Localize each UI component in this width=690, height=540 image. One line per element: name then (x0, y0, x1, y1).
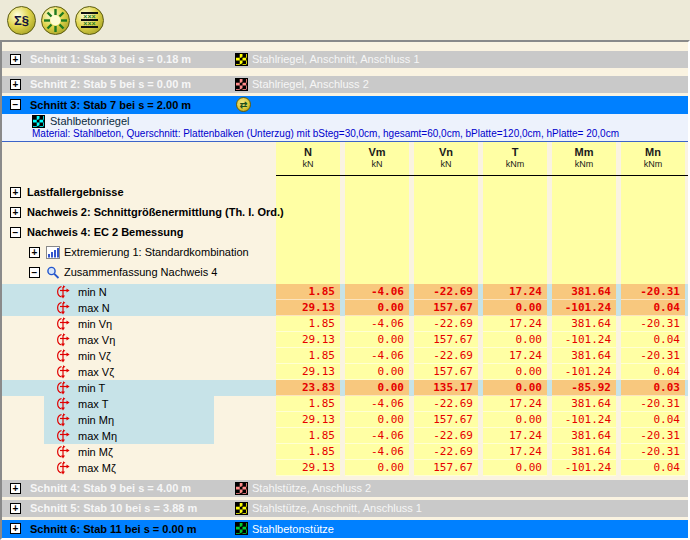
column-symbol: N (276, 146, 340, 158)
result-row[interactable]: max Mη1.85-4.06-22.6917.24381.64-20.31 (2, 428, 688, 444)
result-row[interactable]: max T1.85-4.06-22.6917.24381.64-20.31 (2, 396, 688, 412)
column-header: TkNm (483, 142, 547, 169)
tree-item-label: Lastfallergebnisse (27, 186, 124, 198)
expand-icon[interactable]: + (10, 503, 21, 514)
column-header: MnkNm (621, 142, 685, 169)
expand-icon[interactable]: + (29, 247, 40, 258)
value-cell: 381.64 (552, 428, 616, 444)
expand-icon[interactable]: + (10, 207, 21, 218)
value-cell: -101.24 (552, 332, 616, 348)
local-axes-icon (56, 429, 70, 443)
result-row[interactable]: min Mζ1.85-4.06-22.6917.24381.64-20.31 (2, 444, 688, 460)
value-cell: 29.13 (276, 300, 340, 316)
value-cell: 0.00 (345, 460, 409, 476)
section-schnitt-2[interactable]: + Schnitt 2: Stab 5 bei s = 0.00 m Stahl… (2, 76, 688, 93)
row-label: max T (78, 396, 108, 412)
local-axes-icon (56, 333, 70, 347)
row-label: max Vζ (78, 364, 114, 380)
toolbar: Σ§ ××× ××× (0, 0, 690, 40)
sum-report-button[interactable]: Σ§ (7, 6, 36, 35)
table-report-button[interactable]: ××× ××× (75, 6, 104, 35)
value-cell: -22.69 (414, 316, 478, 332)
expand-icon[interactable]: + (10, 187, 21, 198)
result-row[interactable]: max Mζ29.130.00157.670.00-101.240.04 (2, 460, 688, 476)
local-axes-icon (56, 349, 70, 363)
value-cell: 0.00 (483, 412, 547, 428)
section-schnitt-5[interactable]: + Schnitt 5: Stab 10 bei s = 3.88 m Stah… (2, 500, 688, 517)
expand-icon[interactable]: + (10, 523, 21, 534)
results-tree-panel: + Schnitt 1: Stab 3 bei s = 0.18 m Stahl… (0, 40, 690, 540)
collapse-icon[interactable]: − (10, 99, 21, 110)
value-cell: 0.00 (483, 364, 547, 380)
result-row[interactable]: min Vη1.85-4.06-22.6917.24381.64-20.31 (2, 316, 688, 332)
result-row[interactable]: min T23.830.00135.170.00-85.920.03 (2, 380, 688, 396)
tree-item[interactable]: +Lastfallergebnisse (2, 182, 688, 202)
value-cell: 0.04 (621, 412, 685, 428)
tree-item-label: Nachweis 2: Schnittgrößenermittlung (Th.… (27, 206, 284, 218)
highlight-button[interactable] (41, 6, 70, 35)
section-title: Schnitt 4: Stab 9 bei s = 4.00 m (30, 480, 191, 497)
section-description: Stahlriegel, Anschluss 2 (252, 76, 369, 93)
local-axes-icon (56, 445, 70, 459)
cross-section-checker-icon (235, 502, 248, 515)
value-cell: -4.06 (345, 444, 409, 460)
section-schnitt-3-selected[interactable]: − Schnitt 3: Stab 7 bei s = 2.00 m ⇄ (2, 96, 688, 114)
value-cell: 1.85 (276, 396, 340, 412)
local-axes-icon (56, 397, 70, 411)
value-cell: -101.24 (552, 412, 616, 428)
expand-icon[interactable]: − (29, 267, 40, 278)
value-cell: 17.24 (483, 348, 547, 364)
local-axes-icon (56, 317, 70, 331)
value-cell: -22.69 (414, 284, 478, 300)
row-label: min N (78, 284, 107, 300)
result-row[interactable]: max Vζ29.130.00157.670.00-101.240.04 (2, 364, 688, 380)
section-schnitt-1[interactable]: + Schnitt 1: Stab 3 bei s = 0.18 m Stahl… (2, 51, 688, 68)
section-title: Schnitt 5: Stab 10 bei s = 3.88 m (30, 500, 197, 517)
value-cell: -20.31 (621, 428, 685, 444)
value-cell: 0.00 (345, 300, 409, 316)
value-cell: 0.00 (345, 412, 409, 428)
value-cell: 23.83 (276, 380, 340, 396)
value-cell: 17.24 (483, 396, 547, 412)
result-row[interactable]: min N1.85-4.06-22.6917.24381.64-20.31 (2, 284, 688, 300)
row-label: min Mζ (78, 444, 113, 460)
sigma-paragraph-icon: Σ§ (14, 13, 29, 28)
expand-icon[interactable]: − (10, 227, 21, 238)
cross-section-checker-icon (235, 482, 248, 495)
tree-item[interactable]: +Nachweis 2: Schnittgrößenermittlung (Th… (2, 202, 688, 222)
section-schnitt-4[interactable]: + Schnitt 4: Stab 9 bei s = 4.00 m Stahl… (2, 480, 688, 497)
value-cell: 135.17 (414, 380, 478, 396)
expand-icon[interactable]: + (10, 54, 21, 65)
expand-icon[interactable]: + (10, 79, 21, 90)
value-cell: -101.24 (552, 460, 616, 476)
value-cell: -4.06 (345, 348, 409, 364)
section-description: Stahlriegel, Anschnitt, Anschluss 1 (252, 51, 420, 68)
row-label: max Mζ (78, 460, 116, 476)
value-cell: 381.64 (552, 316, 616, 332)
local-axes-icon (56, 461, 70, 475)
local-axes-icon (56, 301, 70, 315)
value-cell: -20.31 (621, 348, 685, 364)
value-cell: 381.64 (552, 396, 616, 412)
value-cell: 0.00 (483, 332, 547, 348)
result-row[interactable]: min Mη29.130.00157.670.00-101.240.04 (2, 412, 688, 428)
result-row[interactable]: min Vζ1.85-4.06-22.6917.24381.64-20.31 (2, 348, 688, 364)
tree-item[interactable]: − Zusammenfassung Nachweis 4 (2, 262, 688, 282)
value-cell: 0.00 (483, 380, 547, 396)
table-lines-icon: ××× ××× (81, 12, 98, 28)
column-unit: kNm (621, 159, 685, 169)
value-cell: -101.24 (552, 364, 616, 380)
row-label: max Vη (78, 332, 115, 348)
tree-item[interactable]: −Nachweis 4: EC 2 Bemessung (2, 222, 688, 242)
tree-item[interactable]: + Extremierung 1: Standardkombination (2, 242, 688, 262)
row-label: max N (78, 300, 110, 316)
value-cell: 1.85 (276, 348, 340, 364)
expand-icon[interactable]: + (10, 483, 21, 494)
starburst-icon (43, 8, 68, 33)
section-description: Stahlstütze, Anschluss 2 (252, 480, 371, 497)
section-schnitt-6-selected[interactable]: + Schnitt 6: Stab 11 bei s = 0.00 m Stah… (2, 520, 688, 538)
column-unit: kNm (552, 159, 616, 169)
value-cell: -101.24 (552, 300, 616, 316)
result-row[interactable]: max N29.130.00157.670.00-101.240.04 (2, 300, 688, 316)
result-row[interactable]: max Vη29.130.00157.670.00-101.240.04 (2, 332, 688, 348)
